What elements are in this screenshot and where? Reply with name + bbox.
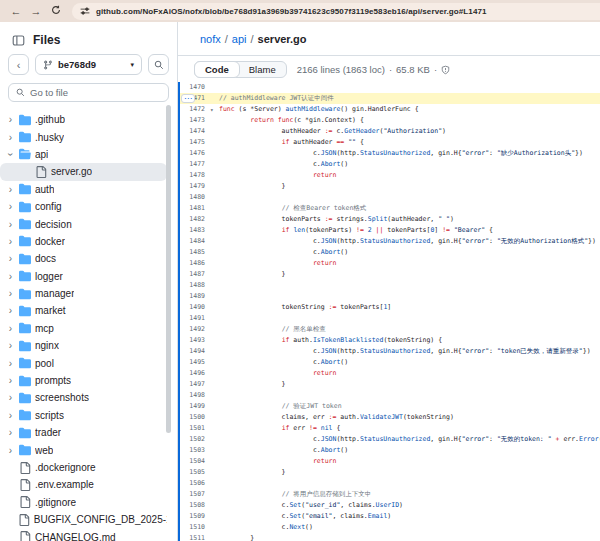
tree-item-server.go[interactable]: server.go xyxy=(0,163,167,180)
tree-item-screenshots[interactable]: ›screenshots xyxy=(0,389,167,406)
chevron-right-icon[interactable]: › xyxy=(6,359,15,368)
chevron-right-icon[interactable]: › xyxy=(6,202,15,211)
tree-item-docs[interactable]: ›docs xyxy=(0,250,167,267)
fold-chevron-icon[interactable]: ▾ xyxy=(210,104,219,115)
tree-item-manager[interactable]: ›manager xyxy=(0,285,167,302)
line-number[interactable]: 1472 xyxy=(180,104,210,115)
sidebar-scrollbar[interactable] xyxy=(166,105,171,433)
line-number[interactable]: 1475 xyxy=(180,137,210,148)
tree-item-nginx[interactable]: ›nginx xyxy=(0,337,167,354)
line-number[interactable]: 1485 xyxy=(180,247,210,258)
line-number[interactable]: 1474 xyxy=(180,126,210,137)
line-number[interactable]: 1477 xyxy=(180,159,210,170)
line-number[interactable]: 1499 xyxy=(180,401,210,412)
line-number[interactable]: 1491 xyxy=(180,313,210,324)
chevron-right-icon[interactable]: › xyxy=(6,237,15,246)
chevron-right-icon[interactable]: › xyxy=(6,185,15,194)
line-number[interactable]: 1481 xyxy=(180,203,210,214)
line-number[interactable]: 1503 xyxy=(180,445,210,456)
browser-reload-button[interactable] xyxy=(46,1,66,21)
chevron-right-icon[interactable]: › xyxy=(6,341,15,350)
tree-item-docker[interactable]: ›docker xyxy=(0,233,167,250)
line-number[interactable]: 1478 xyxy=(180,170,210,181)
line-menu-button[interactable]: ⋯ xyxy=(181,94,195,103)
tab-code[interactable]: Code xyxy=(194,61,240,78)
tree-item-mcp[interactable]: ›mcp xyxy=(0,320,167,337)
browser-back-button[interactable]: ← xyxy=(6,1,26,21)
line-number[interactable]: 1507 xyxy=(180,489,210,500)
chevron-right-icon[interactable]: › xyxy=(6,324,15,333)
tree-item-decision[interactable]: ›decision xyxy=(0,215,167,232)
line-number[interactable]: 1500 xyxy=(180,412,210,423)
breadcrumb-dir-link[interactable]: api xyxy=(232,33,247,45)
line-number[interactable]: 1498 xyxy=(180,390,210,401)
line-number[interactable]: 1493 xyxy=(180,335,210,346)
line-number[interactable]: 1494 xyxy=(180,346,210,357)
chevron-right-icon[interactable]: › xyxy=(6,411,15,420)
chevron-right-icon[interactable]: › xyxy=(6,289,15,298)
line-number[interactable]: 1501 xyxy=(180,423,210,434)
line-number[interactable]: 1508 xyxy=(180,500,210,511)
tree-item-.github[interactable]: ›.github xyxy=(0,111,167,128)
branch-selector[interactable]: be768d9 ▾ xyxy=(35,54,142,75)
tree-item-web[interactable]: ›web xyxy=(0,441,167,458)
browser-forward-button[interactable]: → xyxy=(26,1,46,21)
tree-item-auth[interactable]: ›auth xyxy=(0,181,167,198)
chevron-right-icon[interactable]: › xyxy=(6,376,15,385)
go-to-file-input[interactable]: Go to file xyxy=(8,83,169,102)
tree-item-CHANGELOG.md[interactable]: CHANGELOG.md xyxy=(0,528,167,541)
chevron-right-icon[interactable]: › xyxy=(6,446,15,455)
address-bar[interactable]: github.com/NoFxAiOS/nofx/blob/be768d91a3… xyxy=(72,3,600,20)
search-tree-button[interactable] xyxy=(148,54,169,75)
line-number[interactable]: 1510 xyxy=(180,522,210,533)
line-number[interactable]: 1489 xyxy=(180,291,210,302)
line-number[interactable]: 1505 xyxy=(180,467,210,478)
line-number[interactable]: 1502 xyxy=(180,434,210,445)
shield-icon[interactable] xyxy=(441,65,450,75)
tree-item-config[interactable]: ›config xyxy=(0,198,167,215)
chevron-down-icon[interactable]: › xyxy=(6,150,15,159)
line-number[interactable]: 1497 xyxy=(180,379,210,390)
chevron-right-icon[interactable]: › xyxy=(6,220,15,229)
tree-item-market[interactable]: ›market xyxy=(0,302,167,319)
collapse-tree-button[interactable]: ‹ xyxy=(8,54,29,75)
breadcrumb-repo-link[interactable]: nofx xyxy=(200,33,221,45)
chevron-right-icon[interactable]: › xyxy=(6,254,15,263)
tree-item-trader[interactable]: ›trader xyxy=(0,424,167,441)
tree-item-api[interactable]: ›api xyxy=(0,146,167,163)
line-number[interactable]: 1495 xyxy=(180,357,210,368)
chevron-right-icon[interactable]: › xyxy=(6,133,15,142)
line-number[interactable]: 1470 xyxy=(180,82,210,93)
chevron-right-icon[interactable]: › xyxy=(6,306,15,315)
line-number[interactable]: 1476 xyxy=(180,148,210,159)
line-number[interactable]: 1483 xyxy=(180,225,210,236)
tree-item-logger[interactable]: ›logger xyxy=(0,268,167,285)
line-number[interactable]: 1509 xyxy=(180,511,210,522)
tree-item-.env.example[interactable]: .env.example xyxy=(0,476,167,493)
tree-item-prompts[interactable]: ›prompts xyxy=(0,372,167,389)
line-number[interactable]: 1488 xyxy=(180,280,210,291)
sidebar-panel-icon[interactable] xyxy=(12,34,25,47)
line-number[interactable]: 1490 xyxy=(180,302,210,313)
tree-item-.husky[interactable]: ›.husky xyxy=(0,128,167,145)
chevron-right-icon[interactable]: › xyxy=(6,115,15,124)
line-number[interactable]: 1506 xyxy=(180,478,210,489)
line-number[interactable]: 1482 xyxy=(180,214,210,225)
line-number[interactable]: 1479 xyxy=(180,181,210,192)
chevron-right-icon[interactable]: › xyxy=(6,428,15,437)
tree-item-scripts[interactable]: ›scripts xyxy=(0,407,167,424)
line-number[interactable]: 1480 xyxy=(180,192,210,203)
chevron-right-icon[interactable]: › xyxy=(6,393,15,402)
tree-item-pool[interactable]: ›pool xyxy=(0,354,167,371)
line-number[interactable]: 1504 xyxy=(180,456,210,467)
line-number[interactable]: 1484 xyxy=(180,236,210,247)
line-number[interactable]: 1473 xyxy=(180,115,210,126)
line-number[interactable]: 1487 xyxy=(180,269,210,280)
line-number[interactable]: 1511 xyxy=(180,533,210,541)
tree-item-.dockerignore[interactable]: .dockerignore xyxy=(0,459,167,476)
line-number[interactable]: 1486 xyxy=(180,258,210,269)
chevron-right-icon[interactable]: › xyxy=(6,272,15,281)
tab-blame[interactable]: Blame xyxy=(239,62,286,77)
tree-item-.gitignore[interactable]: .gitignore xyxy=(0,494,167,511)
tree-item-BUGFIX_CONFIG_DB_2025-11-...[interactable]: BUGFIX_CONFIG_DB_2025-11-... xyxy=(0,511,167,528)
